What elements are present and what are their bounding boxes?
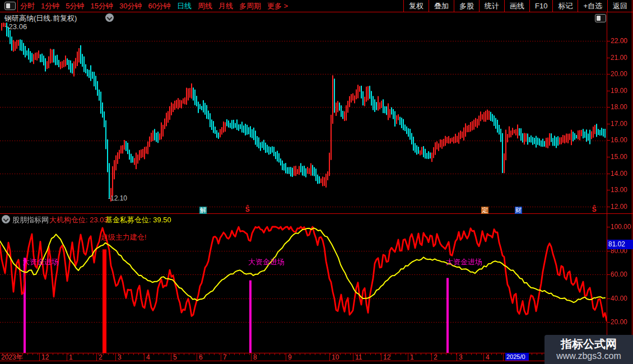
time-axis-minor-tick xyxy=(269,353,270,355)
time-axis-label: 2 xyxy=(434,353,437,361)
time-axis-top-border xyxy=(0,353,633,353)
tab-15min[interactable]: 15分钟 xyxy=(90,0,113,12)
tab-multi-period[interactable]: 多周期 xyxy=(239,0,261,12)
time-axis-separator xyxy=(408,353,408,361)
indicator-series1-label: 大机构仓位: 23.03 xyxy=(49,215,108,225)
menu-stats[interactable]: 统计 xyxy=(479,0,504,12)
time-axis-separator xyxy=(431,353,432,361)
menu-multi-stock[interactable]: 多股 xyxy=(454,0,479,12)
tab-monthly[interactable]: 月线 xyxy=(218,0,233,12)
time-axis-minor-tick xyxy=(280,353,280,355)
time-axis-minor-tick xyxy=(532,353,532,355)
time-axis-minor-tick xyxy=(219,353,220,355)
chart-marker[interactable]: Ŝ xyxy=(245,206,250,213)
time-axis-minor-tick xyxy=(214,353,215,355)
chart-marker[interactable]: 财 xyxy=(515,207,522,214)
time-axis-minor-tick xyxy=(471,353,472,355)
time-axis-separator xyxy=(483,353,484,361)
menu-draw-line[interactable]: 画线 xyxy=(504,0,529,12)
indicator-axis-tick xyxy=(607,322,610,323)
time-axis-label: 4 xyxy=(146,353,150,361)
time-axis-minor-tick xyxy=(285,353,285,355)
time-axis-label: 6 xyxy=(199,353,203,361)
time-axis-minor-tick xyxy=(78,353,78,355)
time-axis-minor-tick xyxy=(325,353,325,355)
time-axis-minor-tick xyxy=(501,353,502,355)
tab-5min[interactable]: 5分钟 xyxy=(66,0,84,12)
price-axis-label: 21.00 xyxy=(611,54,627,62)
time-axis-minor-tick xyxy=(401,353,401,355)
chart-marker[interactable]: Ŝ xyxy=(592,206,597,213)
time-axis-minor-tick xyxy=(234,353,235,355)
tab-more[interactable]: 更多 > xyxy=(267,0,288,12)
time-axis-minor-tick xyxy=(153,353,154,355)
price-axis-tick xyxy=(607,107,610,108)
indicator-axis-tick xyxy=(607,274,610,275)
time-axis-minor-tick xyxy=(350,353,351,355)
indicator-axis-tick xyxy=(607,251,610,251)
time-axis-minor-tick xyxy=(239,353,240,355)
menu-f10[interactable]: F10 xyxy=(529,0,552,12)
menu-overlay[interactable]: 叠加 xyxy=(429,0,454,12)
time-axis-separator xyxy=(381,353,381,361)
price-axis-tick xyxy=(607,58,610,58)
time-axis-label: 12 xyxy=(383,353,390,361)
price-axis-label: 20.00 xyxy=(611,70,627,78)
indicator-axis-label: 20.00 xyxy=(611,318,627,326)
time-axis-minor-tick xyxy=(340,353,341,355)
indicator-axis-tick xyxy=(607,298,610,299)
menu-adjust[interactable]: 复权 xyxy=(403,0,429,12)
time-axis-minor-tick xyxy=(93,353,94,355)
tab-30min[interactable]: 30分钟 xyxy=(119,0,142,12)
time-axis-label: 10 xyxy=(332,353,339,361)
tab-weekly[interactable]: 周线 xyxy=(198,0,212,12)
time-axis-minor-tick xyxy=(537,353,537,355)
time-axis-separator xyxy=(286,353,286,361)
chart-marker[interactable]: 定 xyxy=(481,207,488,214)
time-axis-minor-tick xyxy=(189,353,189,355)
time-axis-minor-tick xyxy=(426,353,426,355)
candlestick-chart[interactable] xyxy=(0,12,607,214)
time-axis-minor-tick xyxy=(164,353,164,355)
indicator-chevron-down-icon[interactable] xyxy=(2,215,10,223)
chart-marker[interactable]: 解 xyxy=(199,207,207,214)
time-axis-minor-tick xyxy=(138,353,139,355)
time-axis-label: 3 xyxy=(118,353,122,361)
time-axis-minor-tick xyxy=(128,353,129,355)
tool-menu: 复权叠加多股统计画线F10标记+自选返回 xyxy=(403,0,632,12)
app-window: 分时1分钟5分钟15分钟30分钟60分钟日线周线月线多周期更多 > 复权叠加多股… xyxy=(0,0,633,364)
menu-back[interactable]: 返回 xyxy=(607,0,632,12)
time-axis-minor-tick xyxy=(38,353,38,355)
indicator-source[interactable]: 股朋指标网 xyxy=(12,215,49,225)
time-axis-label: 8 xyxy=(253,353,257,361)
menu-mark[interactable]: 标记 xyxy=(552,0,578,12)
time-axis-minor-tick xyxy=(209,353,210,355)
time-axis-minor-tick xyxy=(446,353,446,355)
time-axis-label: 2 xyxy=(99,353,103,361)
time-axis-label: 4 xyxy=(486,353,490,361)
tab-60min[interactable]: 60分钟 xyxy=(148,0,170,12)
window-layout-icon[interactable] xyxy=(4,2,16,10)
time-axis-minor-tick xyxy=(194,353,194,355)
menu-add-watchlist[interactable]: +自选 xyxy=(578,0,607,12)
tab-1min[interactable]: 1分钟 xyxy=(41,0,59,12)
price-axis-label: 16.00 xyxy=(611,136,627,144)
time-axis-separator xyxy=(251,353,252,361)
indicator-chart[interactable] xyxy=(0,214,607,353)
time-axis-label: 12 xyxy=(41,353,49,361)
price-axis-tick xyxy=(607,207,610,207)
price-axis-tick xyxy=(607,140,610,141)
time-axis-minor-tick xyxy=(451,353,452,355)
time-axis-minor-tick xyxy=(441,353,441,355)
time-axis-minor-tick xyxy=(416,353,416,355)
price-axis-label: 17.00 xyxy=(611,120,627,128)
time-axis-separator xyxy=(329,353,330,361)
time-axis-label: 3 xyxy=(459,353,463,361)
price-axis-tick xyxy=(607,124,610,124)
tab-daily[interactable]: 日线 xyxy=(177,0,192,12)
tab-timeshare[interactable]: 分时 xyxy=(20,0,35,12)
time-axis-separator xyxy=(221,353,221,361)
time-axis-minor-tick xyxy=(73,353,73,355)
time-axis-minor-tick xyxy=(315,353,315,355)
price-axis-label: 13.00 xyxy=(611,186,627,194)
